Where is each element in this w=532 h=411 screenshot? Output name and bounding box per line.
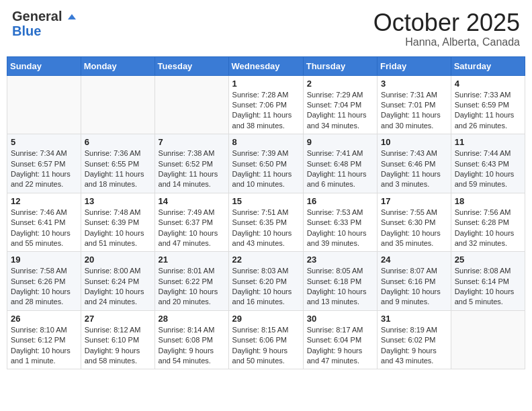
logo-general: General [12,9,62,24]
weekday-header-thursday: Thursday [303,56,377,75]
month-title: October 2025 [373,9,520,36]
calendar-cell: 2Sunrise: 7:29 AM Sunset: 7:04 PM Daylig… [303,75,377,134]
calendar-cell: 9Sunrise: 7:41 AM Sunset: 6:48 PM Daylig… [303,134,377,193]
day-number: 10 [381,137,447,147]
day-info: Sunrise: 8:08 AM Sunset: 6:14 PM Dayligh… [455,266,521,308]
day-info: Sunrise: 7:44 AM Sunset: 6:43 PM Dayligh… [455,148,521,190]
day-number: 30 [307,314,373,324]
calendar-cell: 1Sunrise: 7:28 AM Sunset: 7:06 PM Daylig… [228,75,303,134]
calendar-week-row: 1Sunrise: 7:28 AM Sunset: 7:06 PM Daylig… [7,75,525,134]
calendar-cell: 5Sunrise: 7:34 AM Sunset: 6:57 PM Daylig… [7,134,81,193]
day-number: 12 [11,196,77,206]
day-number: 2 [307,79,373,89]
day-number: 3 [381,79,447,89]
day-number: 27 [85,314,151,324]
day-info: Sunrise: 7:39 AM Sunset: 6:50 PM Dayligh… [232,148,300,190]
day-number: 5 [11,137,77,147]
day-info: Sunrise: 7:49 AM Sunset: 6:37 PM Dayligh… [159,208,225,249]
calendar-cell: 6Sunrise: 7:36 AM Sunset: 6:55 PM Daylig… [81,134,154,193]
weekday-header-tuesday: Tuesday [154,56,228,75]
location: Hanna, Alberta, Canada [373,36,520,48]
calendar-cell: 31Sunrise: 8:19 AM Sunset: 6:02 PM Dayli… [378,310,451,369]
day-number: 13 [85,196,151,206]
day-number: 15 [232,196,300,206]
day-info: Sunrise: 7:29 AM Sunset: 7:04 PM Dayligh… [307,90,373,132]
calendar-cell: 7Sunrise: 7:38 AM Sunset: 6:52 PM Daylig… [154,134,228,193]
calendar-cell: 24Sunrise: 8:07 AM Sunset: 6:16 PM Dayli… [378,252,451,311]
day-number: 1 [232,79,300,89]
calendar-cell: 21Sunrise: 8:01 AM Sunset: 6:22 PM Dayli… [154,252,228,311]
day-info: Sunrise: 8:15 AM Sunset: 6:06 PM Dayligh… [232,325,300,367]
day-info: Sunrise: 8:17 AM Sunset: 6:04 PM Dayligh… [307,325,373,367]
day-info: Sunrise: 7:53 AM Sunset: 6:33 PM Dayligh… [307,208,373,249]
calendar-cell [7,75,81,134]
calendar-cell: 4Sunrise: 7:33 AM Sunset: 6:59 PM Daylig… [451,75,525,134]
calendar-cell: 15Sunrise: 7:51 AM Sunset: 6:35 PM Dayli… [228,193,303,252]
day-info: Sunrise: 8:12 AM Sunset: 6:10 PM Dayligh… [85,325,151,367]
day-info: Sunrise: 7:46 AM Sunset: 6:41 PM Dayligh… [11,208,77,249]
day-number: 18 [455,196,521,206]
calendar-cell: 12Sunrise: 7:46 AM Sunset: 6:41 PM Dayli… [7,193,81,252]
page-header: General Blue October 2025 Hanna, Alberta… [7,7,525,51]
calendar-cell: 18Sunrise: 7:56 AM Sunset: 6:28 PM Dayli… [451,193,525,252]
day-info: Sunrise: 7:58 AM Sunset: 6:26 PM Dayligh… [11,266,77,308]
calendar-cell: 27Sunrise: 8:12 AM Sunset: 6:10 PM Dayli… [81,310,154,369]
calendar-cell: 3Sunrise: 7:31 AM Sunset: 7:01 PM Daylig… [378,75,451,134]
svg-marker-0 [68,14,76,19]
day-number: 17 [381,196,447,206]
day-info: Sunrise: 7:41 AM Sunset: 6:48 PM Dayligh… [307,148,373,190]
calendar-cell: 20Sunrise: 8:00 AM Sunset: 6:24 PM Dayli… [81,252,154,311]
calendar-cell: 30Sunrise: 8:17 AM Sunset: 6:04 PM Dayli… [303,310,377,369]
day-info: Sunrise: 8:07 AM Sunset: 6:16 PM Dayligh… [381,266,447,308]
day-number: 6 [85,137,151,147]
day-number: 8 [232,137,300,147]
day-info: Sunrise: 8:10 AM Sunset: 6:12 PM Dayligh… [11,325,77,367]
logo-icon [66,13,77,24]
day-info: Sunrise: 8:01 AM Sunset: 6:22 PM Dayligh… [159,266,225,308]
calendar-cell: 13Sunrise: 7:48 AM Sunset: 6:39 PM Dayli… [81,193,154,252]
calendar-cell: 8Sunrise: 7:39 AM Sunset: 6:50 PM Daylig… [228,134,303,193]
day-info: Sunrise: 7:28 AM Sunset: 7:06 PM Dayligh… [232,90,300,132]
calendar-cell: 28Sunrise: 8:14 AM Sunset: 6:08 PM Dayli… [154,310,228,369]
calendar-cell [154,75,228,134]
weekday-header-saturday: Saturday [451,56,525,75]
calendar-week-row: 12Sunrise: 7:46 AM Sunset: 6:41 PM Dayli… [7,193,525,252]
day-info: Sunrise: 7:33 AM Sunset: 6:59 PM Dayligh… [455,90,521,132]
day-number: 7 [159,137,225,147]
calendar-cell: 19Sunrise: 7:58 AM Sunset: 6:26 PM Dayli… [7,252,81,311]
calendar-cell: 17Sunrise: 7:55 AM Sunset: 6:30 PM Dayli… [378,193,451,252]
day-info: Sunrise: 7:48 AM Sunset: 6:39 PM Dayligh… [85,208,151,249]
calendar-week-row: 26Sunrise: 8:10 AM Sunset: 6:12 PM Dayli… [7,310,525,369]
day-number: 28 [159,314,225,324]
day-info: Sunrise: 8:00 AM Sunset: 6:24 PM Dayligh… [85,266,151,308]
calendar-cell: 16Sunrise: 7:53 AM Sunset: 6:33 PM Dayli… [303,193,377,252]
logo: General Blue [12,9,77,39]
calendar-cell: 29Sunrise: 8:15 AM Sunset: 6:06 PM Dayli… [228,310,303,369]
weekday-header-monday: Monday [81,56,154,75]
day-info: Sunrise: 7:55 AM Sunset: 6:30 PM Dayligh… [381,208,447,249]
day-info: Sunrise: 7:38 AM Sunset: 6:52 PM Dayligh… [159,148,225,190]
day-number: 22 [232,255,300,265]
title-block: October 2025 Hanna, Alberta, Canada [373,9,520,48]
day-number: 11 [455,137,521,147]
day-number: 4 [455,79,521,89]
calendar-header-row: SundayMondayTuesdayWednesdayThursdayFrid… [7,56,525,75]
day-info: Sunrise: 7:34 AM Sunset: 6:57 PM Dayligh… [11,148,77,190]
calendar-cell: 10Sunrise: 7:43 AM Sunset: 6:46 PM Dayli… [378,134,451,193]
day-number: 16 [307,196,373,206]
calendar-cell [81,75,154,134]
day-number: 9 [307,137,373,147]
logo-blue: Blue [12,24,41,38]
calendar-cell: 23Sunrise: 8:05 AM Sunset: 6:18 PM Dayli… [303,252,377,311]
day-info: Sunrise: 7:56 AM Sunset: 6:28 PM Dayligh… [455,208,521,249]
calendar-cell: 11Sunrise: 7:44 AM Sunset: 6:43 PM Dayli… [451,134,525,193]
day-info: Sunrise: 8:03 AM Sunset: 6:20 PM Dayligh… [232,266,300,308]
day-number: 23 [307,255,373,265]
day-number: 26 [11,314,77,324]
day-number: 25 [455,255,521,265]
day-info: Sunrise: 7:31 AM Sunset: 7:01 PM Dayligh… [381,90,447,132]
calendar-cell: 22Sunrise: 8:03 AM Sunset: 6:20 PM Dayli… [228,252,303,311]
calendar-week-row: 19Sunrise: 7:58 AM Sunset: 6:26 PM Dayli… [7,252,525,311]
calendar-table: SundayMondayTuesdayWednesdayThursdayFrid… [7,56,525,370]
day-number: 24 [381,255,447,265]
